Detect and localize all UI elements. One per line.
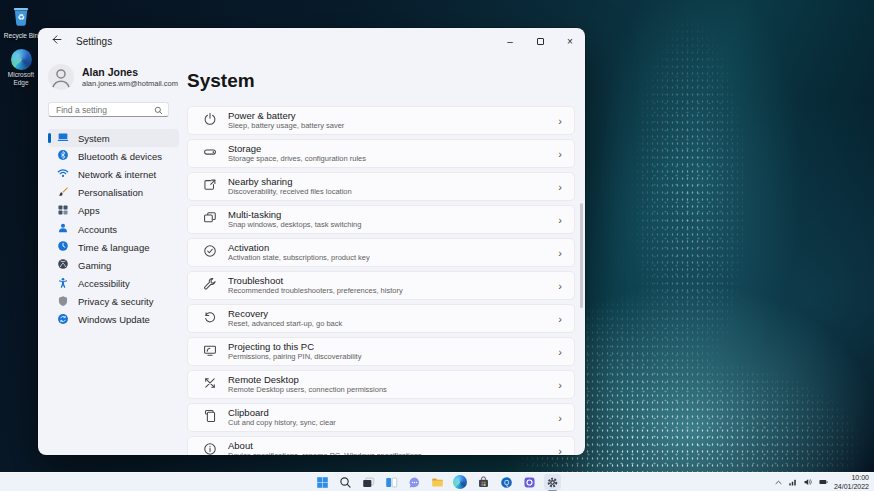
time-language-icon [57,240,69,254]
setting-subtitle: Recommended troubleshooters, preferences… [228,287,403,295]
system-tray: 10:00 24/01/2022 [774,473,869,491]
setting-card-about[interactable]: AboutDevice specifications, rename PC, W… [187,436,575,455]
clock-time: 10:00 [834,473,869,482]
recycle-bin-shortcut[interactable]: ♻ Recycle Bin [4,6,38,40]
app-blue-icon: Q [500,476,513,489]
projecting-icon [203,343,217,361]
settings-taskbar-button[interactable] [544,474,561,490]
setting-card-storage[interactable]: StorageStorage space, drives, configurat… [187,139,575,168]
accounts-icon [57,222,69,236]
sidebar-item-privacy-security[interactable]: Privacy & security [48,293,179,311]
sidebar-item-label: Time & language [78,242,149,253]
chat-button[interactable] [406,474,423,490]
sidebar-item-label: Windows Update [78,314,150,325]
scrollbar[interactable] [580,203,583,308]
setting-subtitle: Reset, advanced start-up, go back [228,320,342,328]
sidebar-item-windows-update[interactable]: Windows Update [48,311,179,329]
user-profile[interactable]: Alan Jones alan.jones.wm@hotmail.com [48,64,187,90]
windows-update-icon [57,313,69,327]
volume-icon[interactable] [803,473,813,491]
setting-card-activation[interactable]: ActivationActivation state, subscription… [187,238,575,267]
setting-title: Nearby sharing [228,177,352,187]
battery-icon[interactable] [818,473,829,491]
setting-card-nearby-sharing[interactable]: Nearby sharingDiscoverability, received … [187,172,575,201]
edge-shortcut[interactable]: Microsoft Edge [0,49,42,87]
app-purple-button[interactable] [521,474,538,490]
remote-desktop-icon [203,376,217,394]
settings-window: Settings – × Alan Jones alan.jones.wm@ho… [38,28,585,455]
app-purple-icon [523,476,536,489]
desktop: ♻ Recycle Bin Microsoft Edge Settings – … [0,0,874,491]
tray-chevron-up-icon[interactable] [774,473,783,491]
sidebar-item-label: System [78,133,110,144]
sidebar-item-accounts[interactable]: Accounts [48,220,179,238]
svg-text:Q: Q [503,478,508,486]
sidebar-nav: System Bluetooth & devices Network & int… [48,129,187,329]
setting-subtitle: Cut and copy history, sync, clear [228,419,336,427]
setting-card-remote-desktop[interactable]: Remote DesktopRemote Desktop users, conn… [187,370,575,399]
maximize-icon [537,38,544,45]
troubleshoot-icon [203,277,217,295]
back-icon[interactable] [50,32,63,50]
sidebar-item-label: Privacy & security [78,296,154,307]
network-signal-icon[interactable] [788,473,798,491]
widgets-button[interactable] [383,474,400,490]
setting-card-recovery[interactable]: RecoveryReset, advanced start-up, go bac… [187,304,575,333]
sidebar-item-label: Bluetooth & devices [78,151,162,162]
recovery-icon [203,310,217,328]
window-controls: – × [495,28,585,54]
widgets-icon [385,476,398,489]
settings-gear-icon [546,476,559,489]
network-icon [57,167,69,181]
chevron-right-icon: › [558,115,562,127]
store-button[interactable] [475,474,492,490]
sidebar: Alan Jones alan.jones.wm@hotmail.com Sys… [38,54,187,455]
sidebar-item-bluetooth-devices[interactable]: Bluetooth & devices [48,147,179,165]
window-title: Settings [76,36,112,47]
setting-title: Activation [228,243,370,253]
start-button[interactable] [314,474,331,490]
settings-list: Power & batterySleep, battery usage, bat… [187,106,575,455]
sidebar-item-gaming[interactable]: Gaming [48,256,179,274]
setting-title: Troubleshoot [228,276,403,286]
file-explorer-button[interactable] [429,474,446,490]
sidebar-item-label: Personalisation [78,187,143,198]
taskbar-search-button[interactable] [337,474,354,490]
setting-title: Remote Desktop [228,375,387,385]
sidebar-item-personalisation[interactable]: Personalisation [48,184,179,202]
clipboard-icon [203,409,217,427]
setting-card-multitasking[interactable]: Multi-taskingSnap windows, desktops, tas… [187,205,575,234]
sidebar-item-label: Accounts [78,224,117,235]
accessibility-icon [57,277,69,291]
main-content: System Power & batterySleep, battery usa… [187,54,585,455]
minimize-button[interactable]: – [495,28,525,54]
sidebar-item-system[interactable]: System [48,129,179,147]
setting-card-clipboard[interactable]: ClipboardCut and copy history, sync, cle… [187,403,575,432]
sidebar-item-time-language[interactable]: Time & language [48,238,179,256]
search-input[interactable] [54,104,154,116]
chevron-right-icon: › [558,379,562,391]
setting-card-projecting[interactable]: Projecting to this PCPermissions, pairin… [187,337,575,366]
sidebar-item-accessibility[interactable]: Accessibility [48,275,179,293]
maximize-button[interactable] [525,28,555,54]
close-button[interactable]: × [555,28,585,54]
setting-subtitle: Activation state, subscriptions, product… [228,254,370,262]
settings-search-box [48,102,169,117]
setting-card-power-battery[interactable]: Power & batterySleep, battery usage, bat… [187,106,575,135]
activation-icon [203,244,217,262]
taskbar-clock[interactable]: 10:00 24/01/2022 [834,473,869,491]
setting-subtitle: Sleep, battery usage, battery saver [228,122,344,130]
sidebar-item-apps[interactable]: Apps [48,202,179,220]
setting-card-troubleshoot[interactable]: TroubleshootRecommended troubleshooters,… [187,271,575,300]
setting-title: Clipboard [228,408,336,418]
setting-subtitle: Snap windows, desktops, task switching [228,221,361,229]
avatar [48,64,74,90]
edge-button[interactable] [452,474,469,490]
app-blue-button[interactable]: Q [498,474,515,490]
task-view-button[interactable] [360,474,377,490]
about-icon [203,442,217,456]
gaming-icon [57,258,69,272]
sidebar-item-network-internet[interactable]: Network & internet [48,165,179,183]
system-icon [57,131,69,145]
edge-icon [11,49,32,70]
